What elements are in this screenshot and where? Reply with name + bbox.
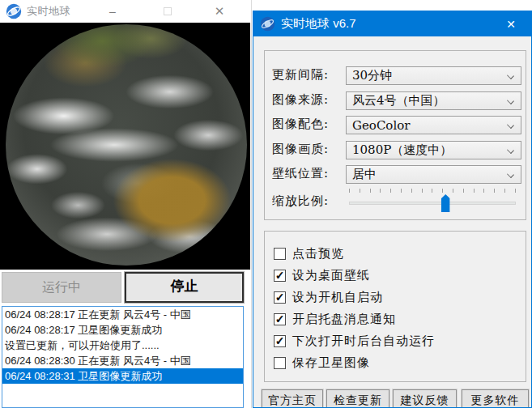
checkbox-save-satellite-image[interactable]: ✓ 保存卫星图像 — [274, 355, 370, 370]
checkbox-box: ✓ — [274, 248, 286, 260]
check-icon: ✓ — [275, 292, 285, 303]
setting-row-image-quality: 图像画质: 1080P（速度中） — [265, 141, 526, 159]
checkbox-set-desktop-wallpaper[interactable]: ✓ 设为桌面壁纸 — [274, 268, 370, 283]
stop-button[interactable]: 停止 — [125, 272, 244, 303]
slider-ticks — [349, 189, 516, 193]
checkbox-tray-notifications[interactable]: ✓ 开启托盘消息通知 — [274, 312, 396, 326]
chevron-down-icon — [507, 171, 514, 178]
window-title: 实时地球 — [27, 4, 70, 19]
chevron-down-icon — [507, 97, 514, 104]
wallpaper-position-select[interactable]: 居中 — [346, 165, 521, 184]
settings-group: 更新间隔: 30分钟 图像来源: 风云4号（中国） 图像配色: GeoColor — [264, 50, 526, 220]
globe-icon — [6, 3, 22, 19]
setting-row-image-source: 图像来源: 风云4号（中国） — [265, 91, 526, 110]
satellite-image-area — [0, 23, 250, 270]
checkbox-box: ✓ — [274, 291, 286, 304]
checkbox-autostart-on-boot[interactable]: ✓ 设为开机自启动 — [274, 290, 383, 304]
zoom-scale-slider[interactable] — [346, 187, 518, 215]
slider-thumb[interactable] — [441, 194, 450, 212]
log-list[interactable]: 06/24 08:28:17 正在更新 风云4号 - 中国 06/24 08:2… — [2, 306, 244, 408]
setting-row-update-interval: 更新间隔: 30分钟 — [265, 66, 526, 85]
image-source-select[interactable]: 风云4号（中国） — [346, 91, 521, 110]
feedback-button[interactable]: 建议反馈 — [393, 389, 457, 408]
checkbox-box: ✓ — [274, 335, 286, 347]
checkbox-box: ✓ — [274, 270, 286, 282]
log-row[interactable]: 设置已更新，可以开始使用了...... — [2, 338, 243, 353]
setting-row-wallpaper-position: 壁纸位置: 居中 — [265, 165, 526, 184]
close-icon: ✕ — [215, 4, 225, 19]
options-group: ✓ 点击预览 ✓ 设为桌面壁纸 ✓ 设为开机自启动 ✓ 开启托盘消息通知 ✓ 下… — [264, 231, 526, 382]
slider-track[interactable] — [349, 202, 516, 205]
image-source-label: 图像来源: — [272, 92, 329, 108]
checkbox-box: ✓ — [274, 357, 286, 369]
update-interval-select[interactable]: 30分钟 — [346, 66, 521, 85]
chevron-down-icon — [507, 147, 514, 154]
close-icon: ✕ — [506, 18, 516, 31]
globe-icon — [260, 16, 275, 32]
checkbox-background-run-next-time[interactable]: ✓ 下次打开时后台自动运行 — [274, 334, 435, 348]
color-scheme-select[interactable]: GeoColor — [346, 116, 521, 134]
official-homepage-button[interactable]: 官方主页 — [262, 389, 323, 408]
left-window: 实时地球 – ✕ 运行中 停止 06/24 08:28:17 正在更新 风云4号… — [0, 0, 252, 408]
settings-close-button[interactable]: ✕ — [497, 11, 525, 36]
running-status-button[interactable]: 运行中 — [2, 272, 121, 303]
setting-row-zoom-scale: 缩放比例: — [265, 187, 526, 215]
checkbox-box: ✓ — [274, 313, 286, 325]
settings-window: 实时地球 v6.7 ✕ 更新间隔: 30分钟 图像来源: 风云4号（中国） — [253, 11, 532, 408]
settings-titlebar: 实时地球 v6.7 ✕ — [253, 11, 531, 36]
maximize-icon — [164, 7, 172, 15]
check-icon: ✓ — [275, 270, 285, 281]
settings-window-title: 实时地球 v6.7 — [281, 16, 356, 32]
control-buttons-row: 运行中 停止 — [0, 272, 251, 304]
checkbox-click-preview[interactable]: ✓ 点击预览 — [274, 246, 344, 261]
minimize-button[interactable]: – — [102, 0, 123, 23]
log-row[interactable]: 06/24 08:28:17 正在更新 风云4号 - 中国 — [2, 307, 243, 322]
maximize-button[interactable] — [157, 0, 178, 23]
more-software-button[interactable]: 更多软件 — [462, 389, 529, 408]
minimize-icon: – — [109, 5, 116, 18]
check-icon: ✓ — [275, 336, 285, 346]
log-row[interactable]: 06/24 08:28:31 卫星图像更新成功 — [2, 368, 243, 384]
image-quality-label: 图像画质: — [272, 142, 329, 157]
image-quality-select[interactable]: 1080P（速度中） — [346, 141, 521, 159]
log-row[interactable]: 06/24 08:28:30 正在更新 风云4号 - 中国 — [2, 353, 243, 368]
close-button[interactable]: ✕ — [207, 0, 232, 23]
screen: 实时地球 – ✕ 运行中 停止 06/24 08:28:17 正在更新 风云4号… — [0, 0, 532, 408]
setting-row-color-scheme: 图像配色: GeoColor — [265, 116, 526, 134]
log-row[interactable]: 06/24 08:28:17 卫星图像更新成功 — [2, 322, 243, 338]
update-interval-label: 更新间隔: — [272, 67, 329, 83]
footer-buttons-row: 官方主页 检查更新 建议反馈 更多软件 — [253, 389, 531, 408]
color-scheme-label: 图像配色: — [272, 117, 329, 132]
chevron-down-icon — [507, 72, 514, 79]
zoom-scale-label: 缩放比例: — [272, 193, 329, 209]
check-icon: ✓ — [275, 314, 285, 325]
left-titlebar: 实时地球 – ✕ — [0, 0, 251, 23]
chevron-down-icon — [507, 121, 514, 129]
check-update-button[interactable]: 检查更新 — [326, 389, 389, 408]
wallpaper-position-label: 壁纸位置: — [272, 166, 329, 181]
earth-globe-image — [6, 24, 247, 266]
